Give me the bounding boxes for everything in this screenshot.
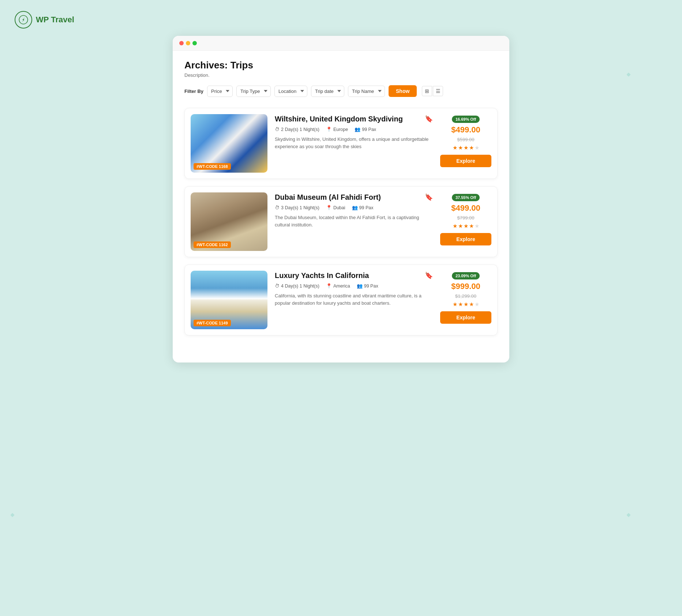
price-original: $1,299.00 — [455, 293, 476, 299]
trip-description: The Dubai Museum, located within the Al … — [275, 214, 433, 228]
star-2: ★ — [458, 223, 463, 229]
star-4: ★ — [469, 144, 474, 151]
star-rating: ★★★★★ — [453, 223, 479, 229]
trip-title-row: Wiltshire, United Kingdom Skydiving 🔖 — [275, 114, 433, 124]
trip-duration: ⏱ 2 Day(s) 1 Night(s) — [275, 127, 319, 132]
star-3: ★ — [464, 144, 468, 151]
location-text: Europe — [333, 127, 348, 132]
duration-text: 3 Day(s) 1 Night(s) — [281, 205, 319, 210]
star-1: ★ — [453, 301, 457, 308]
star-3: ★ — [464, 301, 468, 308]
pax-icon: 👥 — [352, 205, 358, 210]
location-text: America — [333, 283, 350, 289]
location-icon: 📍 — [326, 127, 332, 132]
star-5: ★ — [475, 144, 479, 151]
chrome-maximize-dot — [192, 41, 197, 45]
trip-price-panel: 23.09% Off $999.00 $1,299.00 ★★★★★ Explo… — [440, 271, 491, 324]
trip-title-row: Luxury Yachts In California 🔖 — [275, 271, 433, 280]
grid-view-button[interactable]: ⊞ — [422, 86, 432, 96]
trip-pax: 👥 99 Pax — [355, 127, 376, 132]
trip-location: 📍 Europe — [326, 127, 348, 132]
duration-text: 4 Day(s) 1 Night(s) — [281, 283, 319, 289]
star-1: ★ — [453, 223, 457, 229]
star-2: ★ — [458, 144, 463, 151]
trip-code: #WT-CODE 1149 — [194, 320, 231, 326]
explore-button[interactable]: Explore — [440, 155, 491, 167]
star-3: ★ — [464, 223, 468, 229]
trip-date-filter[interactable]: Trip date — [311, 86, 344, 97]
chrome-minimize-dot — [186, 41, 190, 45]
page-title: Archives: Trips — [184, 60, 498, 71]
clock-icon: ⏱ — [275, 283, 280, 289]
trip-duration: ⏱ 4 Day(s) 1 Night(s) — [275, 283, 319, 289]
site-header: WP Travel — [7, 7, 675, 36]
star-5: ★ — [475, 301, 479, 308]
decorative-dots-tr: for(let i=0;i<50;i++) document.currentSc… — [627, 73, 671, 146]
pax-text: 99 Pax — [362, 127, 376, 132]
location-icon: 📍 — [326, 283, 332, 289]
price-original: $599.00 — [457, 137, 475, 142]
trip-location: 📍 Dubai — [326, 205, 345, 210]
view-toggle: ⊞ ☰ — [422, 86, 443, 96]
trip-description: Skydiving in Wiltshire, United Kingdom, … — [275, 136, 433, 150]
pax-icon: 👥 — [357, 283, 363, 289]
pax-text: 99 Pax — [364, 283, 378, 289]
duration-text: 2 Day(s) 1 Night(s) — [281, 127, 319, 132]
discount-badge: 23.09% Off — [452, 272, 480, 279]
trip-title: Luxury Yachts In California — [275, 271, 369, 280]
bookmark-icon[interactable]: 🔖 — [425, 193, 433, 201]
trip-image-wrap: #WT-CODE 1149 — [191, 271, 267, 329]
bookmark-icon[interactable]: 🔖 — [425, 271, 433, 279]
clock-icon: ⏱ — [275, 205, 280, 210]
location-text: Dubai — [333, 205, 345, 210]
trip-card: #WT-CODE 1162 Dubai Museum (Al Fahidi Fo… — [184, 186, 498, 257]
chrome-close-dot — [179, 41, 184, 45]
trip-price-panel: 16.69% Off $499.00 $599.00 ★★★★★ Explore — [440, 114, 491, 167]
price-filter[interactable]: Price — [207, 86, 233, 97]
bookmark-icon[interactable]: 🔖 — [425, 115, 433, 123]
trip-image-wrap: #WT-CODE 1162 — [191, 192, 267, 251]
trip-meta: ⏱ 3 Day(s) 1 Night(s) 📍 Dubai 👥 99 Pax — [275, 205, 433, 210]
trip-name-filter[interactable]: Trip Name — [348, 86, 385, 97]
trip-description: California, with its stunning coastline … — [275, 292, 433, 307]
trip-title: Wiltshire, United Kingdom Skydiving — [275, 114, 403, 124]
trip-price-panel: 37.55% Off $499.00 $799.00 ★★★★★ Explore — [440, 192, 491, 245]
trip-pax: 👥 99 Pax — [352, 205, 374, 210]
location-filter[interactable]: Location — [274, 86, 307, 97]
star-2: ★ — [458, 301, 463, 308]
location-icon: 📍 — [326, 205, 332, 210]
trip-image-wrap: #WT-CODE 1168 — [191, 114, 267, 173]
main-container: Archives: Trips Description. Filter By P… — [173, 36, 509, 363]
trip-meta: ⏱ 2 Day(s) 1 Night(s) 📍 Europe 👥 99 Pax — [275, 127, 433, 132]
trip-meta: ⏱ 4 Day(s) 1 Night(s) 📍 America 👥 99 Pax — [275, 283, 433, 289]
window-chrome — [173, 36, 509, 51]
list-view-button[interactable]: ☰ — [433, 86, 443, 96]
trip-card: #WT-CODE 1149 Luxury Yachts In Californi… — [184, 264, 498, 335]
pax-icon: 👥 — [355, 127, 360, 132]
price-current: $499.00 — [451, 203, 480, 213]
star-1: ★ — [453, 144, 457, 151]
logo-icon — [19, 15, 28, 25]
show-button[interactable]: Show — [389, 85, 417, 97]
filter-bar: Filter By Price Trip Type Location Trip … — [184, 85, 498, 97]
price-current: $499.00 — [451, 125, 480, 135]
content-area: Archives: Trips Description. Filter By P… — [173, 51, 509, 352]
star-4: ★ — [469, 301, 474, 308]
explore-button[interactable]: Explore — [440, 311, 491, 324]
price-current: $999.00 — [451, 282, 480, 291]
decorative-dots-br: for(let i=0;i<50;i++) document.currentSc… — [627, 514, 671, 587]
trip-info: Luxury Yachts In California 🔖 ⏱ 4 Day(s)… — [275, 271, 433, 307]
discount-badge: 16.69% Off — [452, 116, 480, 123]
explore-button[interactable]: Explore — [440, 233, 491, 245]
page-description: Description. — [184, 72, 498, 78]
trips-list: #WT-CODE 1168 Wiltshire, United Kingdom … — [184, 108, 498, 335]
star-4: ★ — [469, 223, 474, 229]
star-5: ★ — [475, 223, 479, 229]
brand-name: WP Travel — [36, 15, 74, 25]
filter-label: Filter By — [184, 89, 203, 94]
discount-badge: 37.55% Off — [452, 194, 480, 201]
trip-info: Wiltshire, United Kingdom Skydiving 🔖 ⏱ … — [275, 114, 433, 150]
clock-icon: ⏱ — [275, 127, 280, 132]
trip-duration: ⏱ 3 Day(s) 1 Night(s) — [275, 205, 319, 210]
trip-type-filter[interactable]: Trip Type — [236, 86, 271, 97]
